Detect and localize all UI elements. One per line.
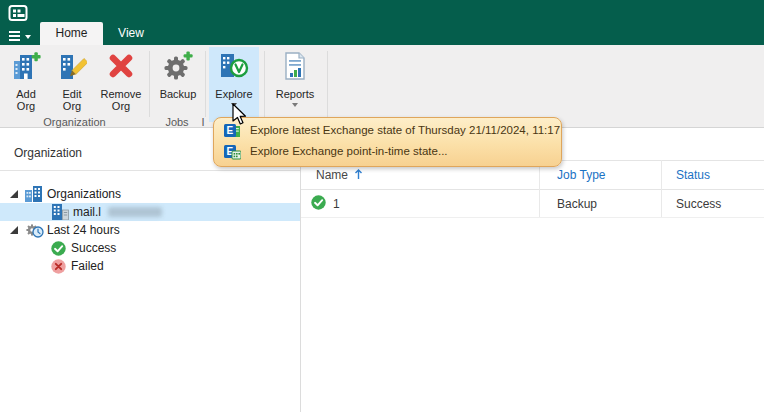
tab-home[interactable]: Home xyxy=(40,22,103,45)
table-header-bottom-border xyxy=(301,189,764,190)
remove-org-label-line1: Remove xyxy=(96,88,146,100)
add-org-label-line2: Org xyxy=(4,100,48,112)
tab-view[interactable]: View xyxy=(103,22,159,45)
cell-job-type: Backup xyxy=(557,197,597,211)
edit-org-button[interactable]: Edit Org xyxy=(50,47,94,119)
tree-label: Organizations xyxy=(47,187,121,201)
sidebar-header: Organization xyxy=(14,146,82,160)
column-header-job-type[interactable]: Job Type xyxy=(557,168,605,182)
success-icon xyxy=(311,195,326,210)
main-menu-button[interactable] xyxy=(9,29,35,43)
backup-icon xyxy=(163,51,193,81)
column-header-name[interactable]: Name xyxy=(316,168,363,182)
tree-label: mail.l xyxy=(73,205,101,219)
sidebar-header-divider xyxy=(0,170,300,171)
menu-item-label: Explore Exchange point-in-time state... xyxy=(250,145,448,157)
menu-item-explore-point-in-time[interactable]: E Explore Exchange point-in-time state..… xyxy=(214,142,561,163)
ribbon-separator xyxy=(327,51,328,117)
mouse-cursor xyxy=(231,103,249,127)
reports-label: Reports xyxy=(268,88,322,100)
tree-item-last-24-hours[interactable]: Last 24 hours xyxy=(0,221,300,239)
explore-dropdown-menu: E Explore latest Exchange state of Thurs… xyxy=(213,117,562,167)
last-24-hours-icon xyxy=(25,222,44,238)
expand-triangle-icon[interactable] xyxy=(10,226,18,234)
success-icon xyxy=(51,241,66,256)
app-logo-icon xyxy=(8,3,28,23)
panel-divider[interactable] xyxy=(300,128,301,412)
tree-item-failed[interactable]: Failed xyxy=(0,257,300,275)
tree-item-organizations[interactable]: Organizations xyxy=(0,185,300,203)
add-org-label-line1: Add xyxy=(4,88,48,100)
chevron-down-icon xyxy=(25,35,31,39)
remove-org-button[interactable]: Remove Org xyxy=(96,47,146,119)
cell-status: Success xyxy=(676,197,721,211)
column-separator[interactable] xyxy=(661,160,662,217)
ribbon-separator xyxy=(205,51,206,117)
hamburger-icon xyxy=(9,31,35,41)
add-org-button[interactable]: Add Org xyxy=(4,47,48,119)
expand-triangle-icon[interactable] xyxy=(10,190,18,198)
tree-item-organization-selected[interactable]: mail.l xyxy=(0,203,300,221)
backup-label: Backup xyxy=(154,88,202,100)
ribbon-separator xyxy=(264,51,265,117)
table-row-border xyxy=(301,217,764,218)
group-label-jobs: Jobs xyxy=(149,116,205,128)
edit-org-label-line2: Org xyxy=(50,100,94,112)
remove-org-label-line2: Org xyxy=(96,100,146,112)
column-header-status[interactable]: Status xyxy=(676,168,710,182)
failed-icon xyxy=(51,259,66,274)
add-org-icon xyxy=(11,51,41,81)
reports-icon xyxy=(280,51,310,81)
organization-icon xyxy=(52,204,69,220)
exchange-point-in-time-icon: E xyxy=(224,144,241,160)
title-bar: Home View xyxy=(0,0,764,45)
remove-org-icon xyxy=(106,51,136,81)
redacted-text xyxy=(108,207,162,217)
reports-button[interactable]: Reports xyxy=(268,47,322,119)
ribbon-separator xyxy=(149,51,150,117)
group-label-organization: Organization xyxy=(0,116,149,128)
explore-icon xyxy=(219,51,249,81)
content-area: Organization Organizations xyxy=(0,128,764,412)
cell-name: 1 xyxy=(333,197,340,211)
tree-label: Failed xyxy=(71,259,104,273)
app-window: Home View Add Org xyxy=(0,0,764,412)
tree-label: Last 24 hours xyxy=(47,223,120,237)
ribbon: Add Org Edit Org xyxy=(0,45,764,128)
column-header-label: Name xyxy=(316,168,348,182)
menu-item-explore-latest[interactable]: E Explore latest Exchange state of Thurs… xyxy=(214,121,561,142)
sort-asc-icon xyxy=(354,169,363,180)
group-label-partial: I xyxy=(198,116,208,128)
reports-dropdown-caret-icon[interactable] xyxy=(292,103,298,107)
edit-org-icon xyxy=(57,51,87,81)
menu-item-label: Explore latest Exchange state of Thursda… xyxy=(250,124,560,136)
explore-label: Explore xyxy=(209,88,259,100)
backup-button[interactable]: Backup xyxy=(154,47,202,119)
tree-label: Success xyxy=(71,241,116,255)
column-separator[interactable] xyxy=(539,160,540,217)
edit-org-label-line1: Edit xyxy=(50,88,94,100)
tree-item-success[interactable]: Success xyxy=(0,239,300,257)
organizations-icon xyxy=(25,186,44,202)
